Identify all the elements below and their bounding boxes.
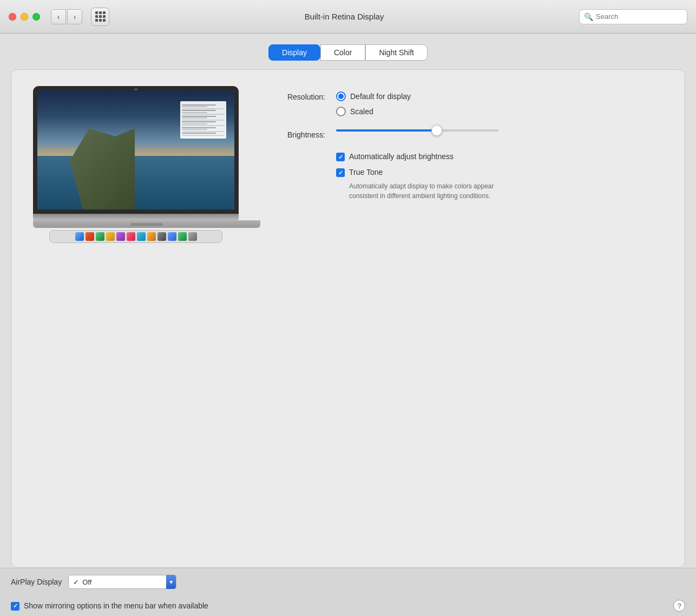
bottom-section: AirPlay Display ✓ Off ▼ [0,568,696,595]
back-button[interactable]: ‹ [51,9,66,24]
resolution-scaled-radio[interactable] [336,107,346,116]
close-button[interactable] [9,13,16,21]
airplay-value: Off [82,578,160,586]
dock-icon-8 [147,232,156,241]
laptop-screen-outer [33,86,239,214]
auto-brightness-label: Automatically adjust brightness [349,152,454,161]
grid-icon [95,11,106,22]
dock-icon-7 [137,232,146,241]
nav-buttons: ‹ › [51,9,82,24]
dock [49,230,222,243]
main-content: Display Color Night Shift [0,34,696,568]
brightness-label: Brightness: [271,129,325,139]
auto-brightness-row[interactable]: ✓ Automatically adjust brightness [336,152,663,161]
auto-brightness-checkbox[interactable]: ✓ [336,153,345,161]
laptop [33,86,239,243]
traffic-lights [9,13,40,21]
titlebar: ‹ › Built-in Retina Display 🔍 [0,0,696,34]
dock-icon-5 [116,232,125,241]
help-button[interactable]: ? [673,600,685,612]
resolution-default-radio[interactable] [336,91,346,101]
laptop-illustration [33,86,239,243]
panel-body: Resolution: Default for display Scaled [33,86,663,243]
resolution-default-option[interactable]: Default for display [336,91,411,101]
airplay-display-label: AirPlay Display [11,578,62,586]
brightness-slider-fill [336,129,437,132]
maximize-button[interactable] [32,13,40,21]
brightness-slider-thumb[interactable] [431,125,442,136]
resolution-default-label: Default for display [350,92,411,101]
mirroring-checkbox[interactable]: ✓ [11,602,19,611]
laptop-base [33,220,260,228]
dock-icon-12 [188,232,197,241]
search-input[interactable] [596,12,682,21]
true-tone-checkbox[interactable]: ✓ [336,168,345,177]
search-box[interactable]: 🔍 [579,9,687,24]
true-tone-row[interactable]: ✓ True Tone [336,168,663,177]
dock-icon-4 [106,232,115,241]
tab-night-shift[interactable]: Night Shift [365,44,428,61]
true-tone-check-icon: ✓ [338,169,343,176]
auto-brightness-container: ✓ Automatically adjust brightness [336,152,663,161]
dock-icon-3 [96,232,104,241]
dock-icon-1 [75,232,84,241]
true-tone-description: Automatically adapt display to make colo… [349,181,522,201]
tab-color[interactable]: Color [320,44,365,61]
true-tone-label: True Tone [349,168,383,176]
dock-icon-2 [86,232,94,241]
auto-brightness-check-icon: ✓ [338,154,343,161]
brightness-slider-container [336,129,498,132]
resolution-scaled-label: Scaled [350,107,373,116]
search-icon: 🔍 [584,12,593,21]
mirroring-row: ✓ Show mirroring options in the menu bar… [0,595,696,616]
dock-icon-9 [157,232,166,241]
minimize-button[interactable] [21,13,28,21]
resolution-row: Resolution: Default for display Scaled [271,91,663,116]
dropdown-arrow-icon: ▼ [166,575,176,589]
mirroring-label: Show mirroring options in the menu bar w… [24,601,208,610]
laptop-notch [130,223,163,226]
airplay-dropdown[interactable]: ✓ Off ▼ [68,575,176,589]
window-title: Built-in Retina Display [116,12,573,21]
resolution-label: Resolution: [271,91,325,101]
forward-button[interactable]: › [67,9,82,24]
tab-display[interactable]: Display [268,44,320,61]
true-tone-container: ✓ True Tone Automatically adapt display … [336,168,663,201]
document-overlay [180,101,226,139]
dock-icon-11 [178,232,187,241]
settings-panel: Resolution: Default for display Scaled [11,69,685,568]
brightness-slider-track [336,129,498,132]
brightness-row: Brightness: [271,129,663,139]
grid-button[interactable] [91,8,109,26]
resolution-controls: Default for display Scaled [336,91,411,116]
display-settings: Resolution: Default for display Scaled [271,86,663,201]
dock-icon-6 [127,232,135,241]
tabs: Display Color Night Shift [268,44,428,61]
laptop-chin-bar [33,214,239,220]
resolution-scaled-option[interactable]: Scaled [336,107,411,116]
laptop-screen [37,90,234,209]
mirroring-check-icon: ✓ [13,602,18,610]
dock-icon-10 [168,232,176,241]
airplay-checkmark: ✓ [73,578,79,586]
wallpaper-water [37,156,234,209]
